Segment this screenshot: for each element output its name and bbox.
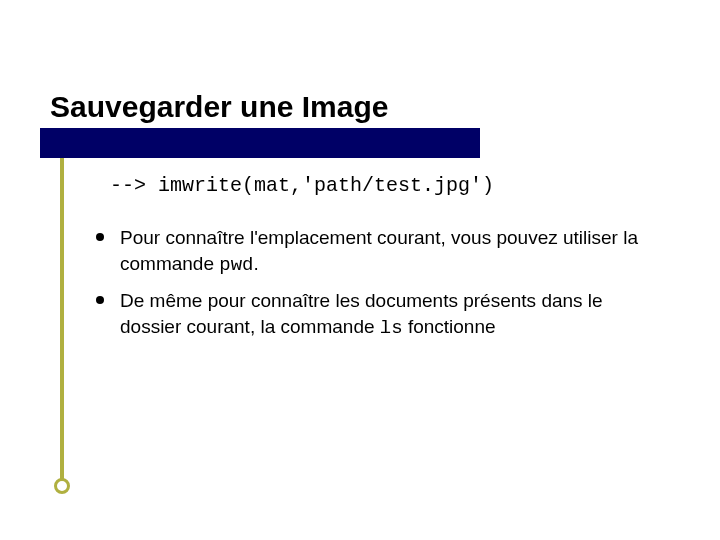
accent-circle-icon: [54, 478, 70, 494]
bullet-text-pre: Pour connaître l'emplacement courant, vo…: [120, 227, 638, 274]
bullet-list: Pour connaître l'emplacement courant, vo…: [90, 225, 660, 342]
title-underline-bar: [40, 128, 480, 158]
accent-vertical-line: [60, 128, 64, 488]
bullet-code: pwd: [219, 254, 253, 276]
list-item: De même pour connaître les documents pré…: [90, 288, 660, 341]
bullet-code: ls: [380, 317, 403, 339]
bullet-text-post: .: [254, 253, 259, 274]
slide-content: --> imwrite(mat,'path/test.jpg') Pour co…: [100, 174, 660, 342]
slide: Sauvegarder une Image --> imwrite(mat,'p…: [0, 0, 720, 540]
slide-title: Sauvegarder une Image: [50, 90, 660, 124]
bullet-text-pre: De même pour connaître les documents pré…: [120, 290, 603, 337]
code-example: --> imwrite(mat,'path/test.jpg'): [110, 174, 660, 197]
bullet-text-post: fonctionne: [403, 316, 496, 337]
list-item: Pour connaître l'emplacement courant, vo…: [90, 225, 660, 278]
